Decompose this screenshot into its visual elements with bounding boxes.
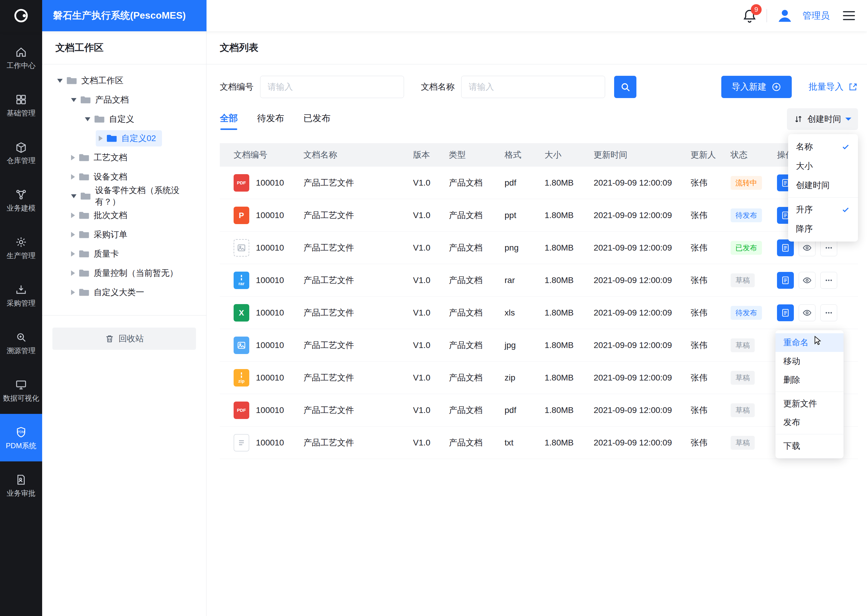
doc-name: 产品工艺文件 — [303, 242, 413, 253]
document-table: 文档编号文档名称版本类型格式大小更新时间更新人状态操作 PDF100010产品工… — [220, 143, 858, 459]
png-file-icon — [233, 239, 249, 256]
recycle-bin-button[interactable]: 回收站 — [52, 328, 196, 350]
column-header: 大小 — [545, 149, 594, 160]
topbar: 磐石生产执行系统(PescoMES) 9 管理员 — [0, 0, 867, 31]
tab-all[interactable]: 全部 — [220, 112, 238, 130]
notification-count-badge: 9 — [751, 4, 761, 15]
tree-node[interactable]: 设备零件文档（系统没有？） — [42, 187, 206, 206]
status-badge: 草稿 — [731, 403, 755, 417]
tree-node[interactable]: 自定义02 — [42, 129, 206, 148]
nav-item-grid[interactable]: 基础管理 — [0, 81, 42, 129]
nav-item-procurement[interactable]: 采购管理 — [0, 271, 42, 319]
menu-icon[interactable] — [843, 11, 855, 20]
doc-version: V1.0 — [413, 438, 449, 448]
more-button[interactable] — [820, 304, 837, 321]
nav-item-label: 基础管理 — [6, 110, 36, 117]
preview-button[interactable] — [799, 272, 815, 289]
row-menu-item[interactable]: 删除 — [776, 371, 843, 389]
doc-updater: 张伟 — [690, 405, 731, 416]
user-name[interactable]: 管理员 — [802, 9, 830, 22]
status-badge: 草稿 — [731, 273, 755, 287]
nav-item-trace[interactable]: 溯源管理 — [0, 319, 42, 366]
nav-item-pdm[interactable]: PDMPDM系统 — [0, 414, 42, 461]
detail-button[interactable] — [777, 304, 794, 321]
more-button[interactable] — [820, 272, 837, 289]
folder-icon — [79, 230, 90, 239]
sort-order-option[interactable]: 升序 — [788, 200, 858, 219]
batch-import-button[interactable]: 批量导入 — [809, 81, 858, 93]
doc-updater: 张伟 — [690, 437, 731, 448]
caret-down-icon[interactable] — [71, 194, 76, 198]
column-header: 更新时间 — [594, 149, 690, 160]
doc-no: 100010 — [256, 178, 284, 188]
caret-right-icon[interactable] — [71, 251, 75, 256]
tree-node[interactable]: 质量控制（当前暂无） — [42, 264, 206, 283]
tree-node[interactable]: 自定义大类一 — [42, 283, 206, 302]
caret-right-icon[interactable] — [99, 136, 102, 141]
txt-file-icon — [233, 434, 249, 451]
caret-down-icon[interactable] — [71, 98, 76, 102]
row-menu-item[interactable]: 发布 — [776, 413, 843, 432]
more-button[interactable] — [820, 239, 837, 256]
tree-node[interactable]: 自定义 — [42, 110, 206, 129]
tree-node[interactable]: 产品文档 — [42, 90, 206, 110]
folder-icon — [79, 288, 90, 297]
tree-node-label: 工艺文档 — [94, 152, 127, 163]
tree-node[interactable]: 质量卡 — [42, 244, 206, 264]
ellipsis-icon — [824, 308, 834, 317]
preview-button[interactable] — [799, 239, 815, 256]
tree-node[interactable]: 采购订单 — [42, 225, 206, 244]
sort-button[interactable]: 创建时间 — [787, 108, 858, 130]
sort-order-option[interactable]: 降序 — [788, 219, 858, 239]
doc-version: V1.0 — [413, 275, 449, 285]
tab-published[interactable]: 已发布 — [303, 112, 331, 130]
doc-no: 100010 — [256, 373, 284, 383]
doc-size: 1.80MB — [545, 373, 594, 383]
caret-right-icon[interactable] — [71, 213, 75, 218]
doc-name: 产品工艺文件 — [303, 307, 413, 319]
nav-item-dataviz[interactable]: 数据可视化 — [0, 366, 42, 414]
doc-version: V1.0 — [413, 373, 449, 383]
doc-name-input[interactable] — [461, 76, 605, 98]
caret-down-icon[interactable] — [57, 79, 63, 83]
nav-item-home[interactable]: 工作中心 — [0, 34, 42, 81]
row-menu-item[interactable]: 更新文件 — [776, 394, 843, 413]
detail-button[interactable] — [777, 272, 794, 289]
notification-bell-icon[interactable]: 9 — [742, 8, 757, 24]
preview-button[interactable] — [799, 304, 815, 321]
sort-field-option[interactable]: 创建时间 — [788, 176, 858, 195]
caret-right-icon[interactable] — [71, 174, 75, 179]
tab-pending-publish[interactable]: 待发布 — [257, 112, 284, 130]
nav-item-approval[interactable]: 业务审批 — [0, 461, 42, 509]
row-menu-item[interactable]: 重命名 — [776, 333, 843, 352]
caret-right-icon[interactable] — [71, 232, 75, 237]
column-header: 类型 — [449, 149, 504, 160]
row-menu-item[interactable]: 下载 — [776, 437, 843, 456]
nav-item-warehouse[interactable]: 仓库管理 — [0, 129, 42, 176]
status-badge: 草稿 — [731, 436, 755, 449]
caret-right-icon[interactable] — [71, 270, 75, 276]
import-new-button[interactable]: 导入新建 — [721, 76, 792, 98]
avatar[interactable] — [776, 7, 793, 24]
menu-item-label: 名称 — [796, 141, 813, 152]
caret-down-icon[interactable] — [85, 117, 90, 121]
caret-right-icon[interactable] — [71, 290, 75, 295]
doc-no-input[interactable] — [260, 76, 404, 98]
sort-field-option[interactable]: 大小 — [788, 156, 858, 176]
nav-item-production[interactable]: 生产管理 — [0, 224, 42, 271]
search-button[interactable] — [614, 76, 637, 98]
table-row: PDF100010产品工艺文件V1.0产品文档pdf1.80MB2021-09-… — [220, 394, 858, 426]
table-row: 100010产品工艺文件V1.0产品文档png1.80MB2021-09-09 … — [220, 232, 858, 264]
tree-node-label: 质量控制（当前暂无） — [94, 267, 178, 279]
tree-node[interactable]: 工艺文档 — [42, 148, 206, 167]
row-menu-item[interactable]: 移动 — [776, 352, 843, 371]
doc-format: pdf — [504, 405, 545, 415]
tree-node[interactable]: 文档工作区 — [42, 71, 206, 90]
nav-item-modeling[interactable]: 业务建模 — [0, 176, 42, 224]
app-title: 磐石生产执行系统(PescoMES) — [42, 0, 207, 31]
detail-button[interactable] — [777, 239, 794, 256]
doc-name: 产品工艺文件 — [303, 177, 413, 189]
sort-field-option[interactable]: 名称 — [788, 137, 858, 156]
caret-right-icon[interactable] — [71, 155, 75, 160]
app-logo[interactable] — [0, 0, 42, 31]
